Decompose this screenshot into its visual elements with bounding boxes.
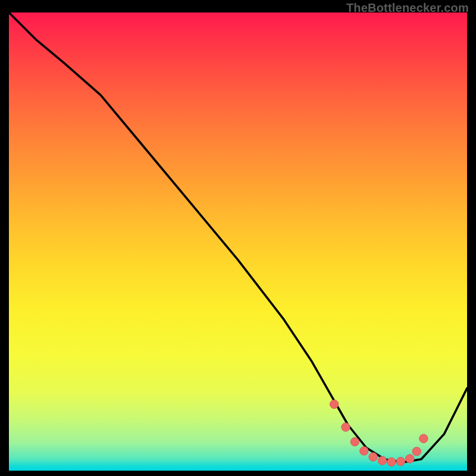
optimum-marker <box>360 447 368 455</box>
optimum-marker <box>396 457 405 465</box>
optimum-marker <box>342 423 350 431</box>
optimum-marker <box>350 437 359 446</box>
chart-frame <box>9 12 467 471</box>
chart-svg <box>9 12 467 471</box>
watermark-text: TheBottlenecker.com <box>346 1 469 15</box>
bottleneck-curve <box>9 12 467 462</box>
optimum-marker <box>412 447 421 456</box>
optimum-marker <box>378 456 386 465</box>
optimum-marker <box>369 453 377 461</box>
optimum-marker <box>330 400 339 408</box>
optimum-marker <box>419 434 428 443</box>
optimum-marker <box>406 455 414 463</box>
optimum-marker <box>387 458 396 466</box>
